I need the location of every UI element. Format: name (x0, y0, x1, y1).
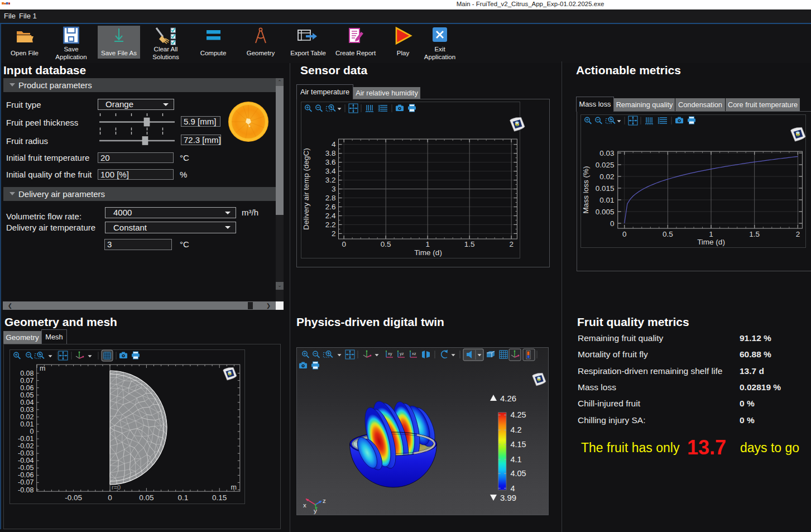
svg-text:2.8: 2.8 (325, 194, 336, 202)
svg-text:0.01: 0.01 (599, 196, 614, 204)
svg-text:2: 2 (796, 230, 800, 238)
svg-text:0.03: 0.03 (20, 406, 33, 414)
svg-text:r=0: r=0 (112, 484, 121, 491)
svg-text:0: 0 (622, 230, 627, 238)
svg-text:4.25: 4.25 (510, 410, 526, 419)
svg-text:0: 0 (108, 493, 112, 502)
svg-text:0.08: 0.08 (20, 370, 33, 377)
svg-text:1.5: 1.5 (464, 240, 475, 248)
svg-text:2: 2 (509, 240, 514, 248)
svg-text:0.07: 0.07 (20, 377, 33, 385)
svg-text:0: 0 (610, 219, 615, 228)
svg-text:Mass loss (%): Mass loss (%) (582, 166, 590, 214)
svg-text:4: 4 (332, 140, 336, 148)
svg-text:m: m (40, 365, 45, 372)
svg-text:y: y (314, 507, 317, 514)
svg-text:-0.07: -0.07 (18, 478, 34, 486)
svg-text:0.1: 0.1 (177, 493, 188, 502)
svg-text:xy: xy (388, 351, 392, 356)
svg-text:-0.06: -0.06 (18, 471, 34, 479)
svg-text:3.4: 3.4 (325, 167, 336, 175)
svg-text:-0.01: -0.01 (18, 435, 34, 443)
svg-text:x: x (303, 502, 306, 509)
svg-text:0.5: 0.5 (381, 240, 391, 248)
svg-text:0: 0 (342, 240, 346, 248)
svg-text:0.04: 0.04 (20, 399, 33, 406)
svg-text:3.2: 3.2 (325, 176, 336, 184)
svg-text:0.01: 0.01 (20, 420, 33, 428)
svg-text:-0.02: -0.02 (18, 442, 34, 450)
svg-text:1: 1 (425, 240, 430, 248)
svg-text:-0.05: -0.05 (65, 493, 82, 502)
svg-text:2.2: 2.2 (325, 221, 336, 229)
svg-text:3.6: 3.6 (325, 158, 336, 166)
svg-text:0: 0 (30, 428, 34, 435)
svg-text:m: m (231, 483, 237, 491)
svg-text:Time (d): Time (d) (414, 248, 442, 257)
svg-text:4.05: 4.05 (510, 469, 526, 478)
svg-text:-0.03: -0.03 (18, 449, 34, 457)
svg-text:1.5: 1.5 (749, 230, 760, 238)
svg-text:0.025: 0.025 (596, 161, 615, 169)
svg-text:-0.08: -0.08 (18, 486, 34, 494)
svg-text:0.05: 0.05 (139, 493, 153, 502)
svg-text:2.4: 2.4 (325, 212, 336, 220)
svg-text:0.005: 0.005 (596, 208, 615, 216)
svg-text:4.1: 4.1 (510, 455, 521, 464)
svg-text:0.02: 0.02 (20, 413, 33, 421)
svg-text:1: 1 (709, 230, 713, 238)
svg-text:Time (d): Time (d) (697, 238, 725, 246)
svg-text:yz: yz (400, 351, 404, 356)
svg-text:Delivery air temp (degC): Delivery air temp (degC) (302, 148, 310, 229)
svg-text:0.015: 0.015 (596, 184, 615, 193)
svg-text:2: 2 (332, 229, 336, 238)
svg-text:0.06: 0.06 (20, 384, 33, 392)
svg-text:4.15: 4.15 (510, 440, 526, 449)
svg-text:0.15: 0.15 (212, 493, 227, 502)
svg-text:3.8: 3.8 (325, 149, 336, 157)
svg-text:z: z (323, 497, 326, 504)
svg-text:2.6: 2.6 (325, 203, 336, 211)
svg-text:0.5: 0.5 (663, 230, 673, 238)
svg-text:xz: xz (412, 351, 416, 356)
svg-text:0.02: 0.02 (599, 172, 614, 181)
svg-text:0.05: 0.05 (20, 391, 33, 399)
svg-text:3.99: 3.99 (500, 493, 516, 502)
svg-text:4.2: 4.2 (510, 425, 521, 434)
svg-text:0.03: 0.03 (599, 149, 614, 157)
svg-text:-0.04: -0.04 (18, 457, 34, 464)
svg-text:4.26: 4.26 (500, 394, 516, 403)
svg-text:4: 4 (510, 484, 515, 493)
svg-text:-0.05: -0.05 (18, 464, 34, 472)
svg-text:3: 3 (332, 185, 336, 193)
